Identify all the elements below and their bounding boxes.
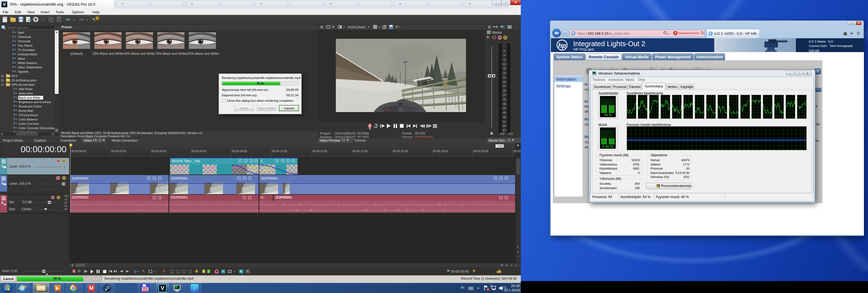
svg-text:6,48 Gt: 6,48 Gt [602,145,613,148]
svg-text:54 %: 54 % [604,113,612,117]
